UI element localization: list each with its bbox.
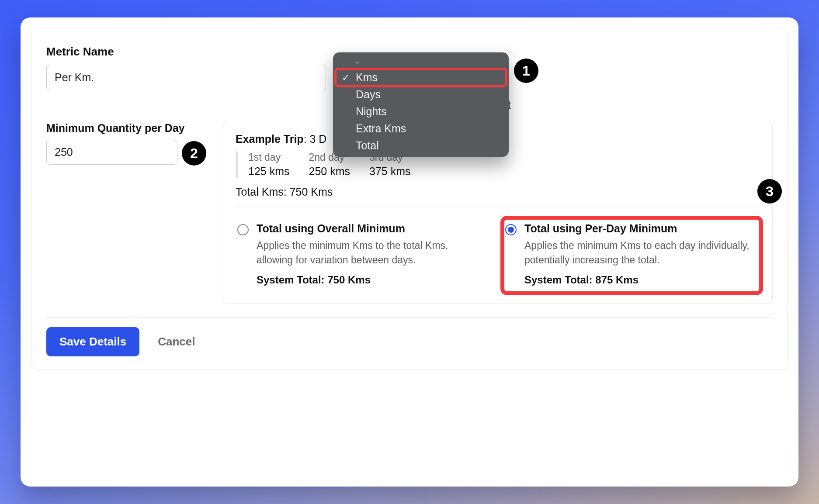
- dropdown-item-label: -: [356, 57, 359, 68]
- example-title-value: : 3 D: [304, 133, 327, 145]
- dropdown-item-total[interactable]: Total: [336, 137, 506, 154]
- radio-title: Total using Per-Day Minimum: [524, 222, 755, 235]
- day-value: 250 kms: [309, 165, 350, 178]
- metric-name-input[interactable]: [46, 64, 326, 91]
- min-qty-input[interactable]: [46, 140, 177, 165]
- dropdown-item-dash[interactable]: -: [336, 55, 506, 69]
- dropdown-item-label: Kms: [356, 71, 378, 84]
- dropdown-item-label: Total: [356, 139, 379, 152]
- cancel-button[interactable]: Cancel: [158, 335, 195, 349]
- dropdown-item-label: Nights: [356, 105, 387, 118]
- day-value: 375 kms: [369, 165, 410, 178]
- window-card: Metric Name - ✓ Kms Days Nights: [21, 17, 798, 487]
- dropdown-item-extra-kms[interactable]: Extra Kms: [336, 120, 506, 137]
- check-icon: ✓: [342, 72, 351, 83]
- form-panel: Metric Name - ✓ Kms Days Nights: [31, 28, 788, 370]
- dropdown-item-label: Days: [356, 88, 381, 101]
- radio-title: Total using Overall Minimum: [257, 222, 487, 235]
- callout-badge-2: 2: [182, 141, 206, 166]
- form-footer: Save Details Cancel: [46, 317, 773, 356]
- dropdown-item-days[interactable]: Days: [336, 86, 506, 103]
- metric-name-row: - ✓ Kms Days Nights Extra Kms: [46, 64, 773, 91]
- example-day-1: 1st day 125 kms: [248, 152, 289, 178]
- save-button[interactable]: Save Details: [46, 327, 139, 356]
- min-qty-label: Minimum Quantity per Day: [46, 122, 208, 135]
- dropdown-item-kms[interactable]: ✓ Kms: [336, 69, 506, 86]
- unit-dropdown-panel: - ✓ Kms Days Nights Extra Kms: [333, 52, 509, 157]
- callout-badge-3: 3: [757, 179, 782, 204]
- example-title-label: Example Trip: [236, 133, 304, 145]
- radio-system-total: System Total: 875 Kms: [524, 274, 755, 286]
- day-value: 125 kms: [248, 165, 289, 178]
- radio-icon: [237, 224, 249, 235]
- dropdown-item-label: Extra Kms: [356, 122, 406, 135]
- minimum-strategy-radios: Total using Overall Minimum Applies the …: [236, 207, 760, 292]
- dropdown-item-nights[interactable]: Nights: [336, 103, 506, 120]
- min-qty-column: Minimum Quantity per Day 2: [46, 122, 208, 165]
- radio-perday-minimum[interactable]: Total using Per-Day Minimum Applies the …: [503, 219, 760, 292]
- day-header: 1st day: [248, 152, 289, 163]
- radio-system-total: System Total: 750 Kms: [257, 274, 487, 286]
- radio-description: Applies the minimum Kms to each day indi…: [524, 238, 755, 268]
- radio-overall-minimum[interactable]: Total using Overall Minimum Applies the …: [236, 219, 492, 292]
- radio-description: Applies the minimum Kms to the total Kms…: [257, 238, 487, 268]
- example-total-kms: Total Kms: 750 Kms: [236, 186, 760, 198]
- callout-badge-1: 1: [514, 59, 538, 83]
- radio-icon: [505, 224, 517, 235]
